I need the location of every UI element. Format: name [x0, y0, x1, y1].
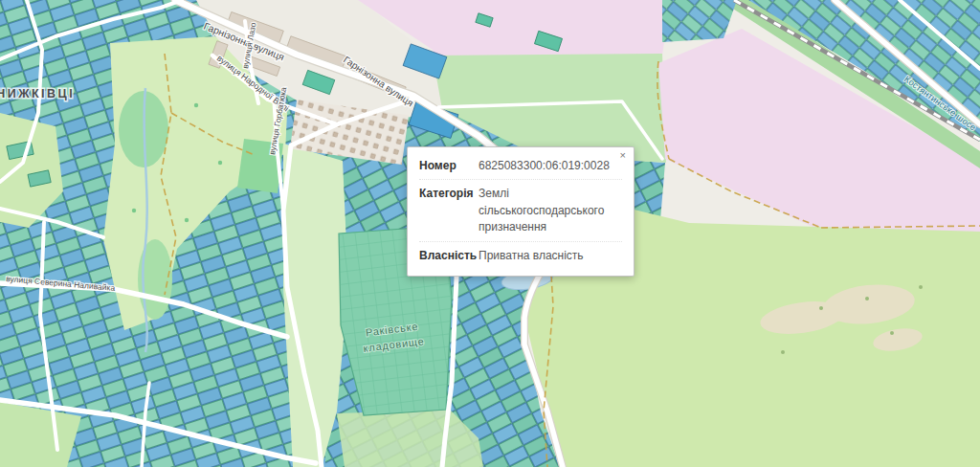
popup-row-label: Категорія	[419, 186, 479, 235]
popup-close-button[interactable]: ×	[620, 150, 626, 161]
popup-row-number: Номер 6825083300:06:019:0028	[419, 152, 622, 180]
popup-row-label: Номер	[419, 158, 479, 174]
parcel-ownership-value: Приватна власність	[479, 248, 622, 264]
parcel-number-value: 6825083300:06:019:0028	[479, 158, 622, 174]
popup-row-ownership: Власність Приватна власність	[419, 242, 622, 269]
place-label-knyzhkivtsi: КНИЖКІВЦІ	[0, 87, 75, 100]
map-viewport[interactable]: Гарнізонна вулиця Гарнізонна вулиця вули…	[0, 0, 980, 467]
parcel-info-popup: × Номер 6825083300:06:019:0028 Категорія…	[407, 146, 635, 277]
popup-row-category: Категорія Землі сільськогосподарського п…	[419, 180, 622, 241]
popup-row-label: Власність	[419, 248, 479, 264]
parcel-category-value: Землі сільськогосподарського призначення	[479, 186, 622, 235]
